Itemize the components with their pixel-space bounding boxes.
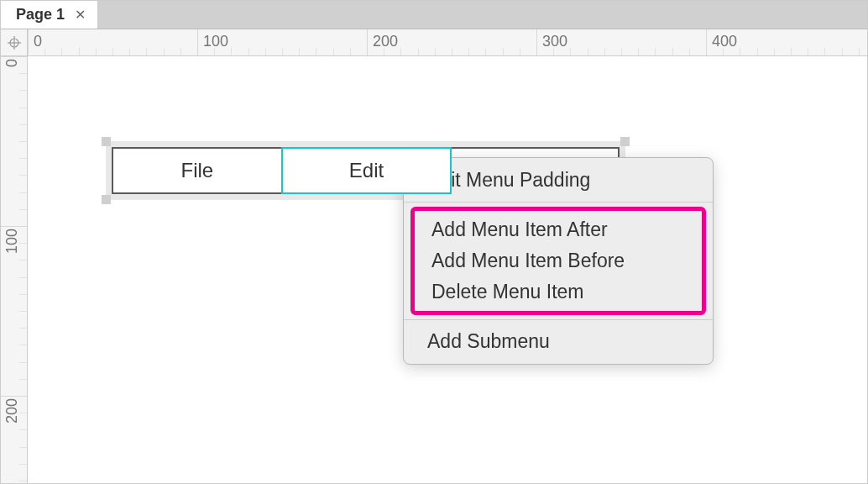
ruler-tick-minor <box>19 362 28 363</box>
context-menu-item[interactable]: Delete Menu Item <box>415 276 702 308</box>
ruler-tick-minor <box>19 209 28 210</box>
ruler-tick-minor <box>61 48 62 56</box>
ruler-tick-minor <box>842 48 843 56</box>
ruler-tick-major: 300 <box>536 29 567 55</box>
ruler-tick-minor <box>570 48 571 56</box>
ruler-tick-minor <box>19 429 28 430</box>
ruler-tick-minor <box>19 413 28 413</box>
ruler-tick-minor <box>485 48 486 56</box>
ruler-tick-major: 0 <box>28 29 42 55</box>
ruler-tick-minor <box>452 48 452 56</box>
ruler-tick-minor <box>333 48 334 56</box>
ruler-tick-minor <box>774 48 775 56</box>
menubar-item[interactable]: Edit <box>281 147 452 194</box>
context-menu-item[interactable]: Add Menu Item Before <box>415 245 702 276</box>
workspace: 0100200300400500 0100200 FileEdit Edit M… <box>1 29 867 483</box>
ruler-tick-major: 100 <box>1 226 27 227</box>
ruler-tick-minor <box>808 48 808 56</box>
ruler-tick-major: 200 <box>1 396 27 397</box>
ruler-tick-minor <box>19 379 28 380</box>
tab-bar: Page 1 ✕ <box>1 1 867 29</box>
ruler-tick-minor <box>96 48 97 56</box>
vertical-ruler[interactable]: 0100200 <box>1 56 28 483</box>
ruler-tick-minor <box>282 48 283 56</box>
ruler-tick-minor <box>316 48 316 56</box>
ruler-tick-minor <box>299 48 300 56</box>
ruler-tick-minor <box>19 328 28 329</box>
menu-separator <box>404 202 713 203</box>
ruler-tick-minor <box>19 464 28 465</box>
ruler-tick-minor <box>19 260 28 260</box>
ruler-tick-minor <box>19 158 28 159</box>
ruler-tick-minor <box>19 192 28 193</box>
resize-handle-top-right[interactable] <box>620 137 630 146</box>
ruler-tick-major: 400 <box>706 29 737 55</box>
ruler-tick-minor <box>112 48 113 56</box>
ruler-tick-minor <box>588 48 588 56</box>
ruler-tick-minor <box>621 48 622 56</box>
ruler-tick-minor <box>19 481 28 481</box>
close-icon[interactable]: ✕ <box>75 7 86 23</box>
ruler-tick-minor <box>146 48 147 56</box>
ruler-tick-minor <box>214 48 215 56</box>
ruler-tick-minor <box>19 243 28 244</box>
ruler-tick-major: 0 <box>1 56 27 57</box>
context-menu-item[interactable]: Add Submenu <box>404 324 713 359</box>
ruler-tick-minor <box>129 48 130 56</box>
ruler-tick-minor <box>553 48 554 56</box>
ruler-tick-minor <box>384 48 384 56</box>
ruler-tick-minor <box>19 108 28 108</box>
ruler-tick-minor <box>604 48 605 56</box>
ruler-tick-minor <box>19 294 28 295</box>
ruler-tick-minor <box>655 48 656 56</box>
ruler-tick-minor <box>19 447 28 448</box>
ruler-tick-minor <box>19 311 28 312</box>
menu-separator <box>404 319 713 320</box>
ruler-tick-minor <box>350 48 351 56</box>
ruler-tick-minor <box>638 48 639 56</box>
ruler-tick-minor <box>757 48 758 56</box>
ruler-tick-minor <box>164 48 165 56</box>
ruler-tick-minor <box>19 277 28 278</box>
ruler-tick-minor <box>400 48 401 56</box>
ruler-tick-minor <box>248 48 249 56</box>
ruler-tick-minor <box>19 345 28 345</box>
ruler-tick-minor <box>231 48 232 56</box>
context-menu-item[interactable]: Add Menu Item After <box>415 214 702 245</box>
resize-handle-top-left[interactable] <box>102 137 111 146</box>
ruler-tick-minor <box>19 90 28 91</box>
ruler-tick-minor <box>418 48 419 56</box>
ruler-tick-minor <box>44 48 45 56</box>
ruler-tick-minor <box>824 48 825 56</box>
ruler-tick-minor <box>19 141 28 142</box>
ruler-tick-major: 100 <box>197 29 228 55</box>
ruler-tick-minor <box>689 48 690 56</box>
ruler-tick-minor <box>265 48 266 56</box>
ruler-tick-major: 200 <box>367 29 398 55</box>
ruler-tick-minor <box>79 48 80 56</box>
ruler-tick-minor <box>520 48 520 56</box>
ruler-origin[interactable] <box>1 29 28 56</box>
resize-handle-bottom-left[interactable] <box>102 195 111 204</box>
ruler-tick-minor <box>19 73 28 74</box>
ruler-tick-minor <box>740 48 740 56</box>
ruler-tick-minor <box>503 48 504 56</box>
ruler-tick-minor <box>180 48 181 56</box>
highlight-box: Add Menu Item AfterAdd Menu Item BeforeD… <box>410 207 706 315</box>
ruler-tick-minor <box>468 48 469 56</box>
ruler-tick-minor <box>435 48 436 56</box>
ruler-tick-minor <box>859 48 860 56</box>
ruler-tick-minor <box>791 48 792 56</box>
horizontal-ruler[interactable]: 0100200300400500 <box>28 29 867 56</box>
ruler-tick-minor <box>672 48 673 56</box>
crosshair-icon <box>8 36 21 50</box>
page-tab[interactable]: Page 1 ✕ <box>1 1 98 29</box>
menubar-item[interactable]: File <box>113 149 283 192</box>
tab-label: Page 1 <box>16 6 65 24</box>
ruler-tick-minor <box>19 175 28 176</box>
ruler-tick-minor <box>19 124 28 125</box>
design-canvas[interactable]: FileEdit Edit Menu PaddingAdd Menu Item … <box>28 56 867 483</box>
ruler-tick-minor <box>723 48 724 56</box>
